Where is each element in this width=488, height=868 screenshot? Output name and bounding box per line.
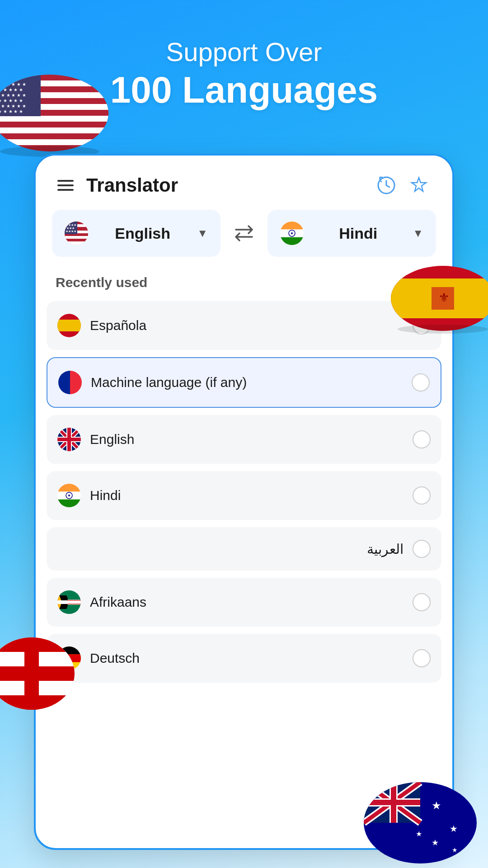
arabic-radio[interactable]: [413, 540, 431, 558]
australia-flag-decoration: ★ ★ ★ ★ ★: [361, 778, 479, 868]
svg-text:★★★★: ★★★★: [66, 223, 76, 226]
list-item[interactable]: Deutsch: [47, 634, 441, 683]
svg-point-64: [291, 232, 293, 234]
spain-flag-decoration: ⚜: [389, 262, 488, 335]
svg-text:★: ★: [432, 799, 441, 811]
source-language-label: English: [95, 225, 190, 242]
svg-rect-68: [57, 320, 81, 331]
svg-point-21: [398, 325, 488, 334]
svg-rect-5: [0, 116, 108, 122]
list-item[interactable]: Afrikaans: [47, 578, 441, 627]
svg-text:⚜: ⚜: [438, 291, 450, 305]
espanola-label: Española: [90, 318, 404, 333]
list-item[interactable]: Machine language (if any): [47, 357, 441, 408]
arabic-label: العربية: [57, 541, 404, 557]
app-header: Translator: [36, 156, 452, 210]
svg-text:★: ★: [416, 830, 422, 838]
target-dropdown-arrow: ▼: [413, 227, 423, 240]
english-label: English: [90, 432, 404, 447]
afrikaans-label: Afrikaans: [90, 594, 404, 610]
svg-rect-96: [57, 609, 81, 614]
list-item[interactable]: English: [47, 415, 441, 464]
hindi-radio[interactable]: [413, 486, 431, 505]
afrikaans-flag: [57, 590, 81, 614]
england-flag-decoration: [0, 633, 77, 714]
svg-marker-45: [412, 178, 426, 191]
espanola-flag: [57, 314, 81, 337]
svg-rect-95: [57, 590, 81, 595]
uk-flag: [57, 428, 81, 451]
deutsch-radio[interactable]: [413, 649, 431, 667]
svg-rect-83: [57, 500, 81, 507]
afrikaans-radio[interactable]: [413, 593, 431, 611]
svg-text:★ ★ ★ ★ ★ ★: ★ ★ ★ ★ ★ ★: [0, 104, 26, 108]
target-flag: [280, 222, 304, 245]
source-dropdown-arrow: ▼: [197, 227, 208, 240]
french-flag: [58, 371, 82, 394]
svg-rect-79: [67, 428, 71, 451]
swap-languages-button[interactable]: [228, 217, 260, 250]
svg-rect-49: [65, 236, 88, 239]
hero-title: 100 Languages: [110, 70, 378, 110]
svg-point-85: [68, 495, 70, 496]
svg-text:★ ★ ★ ★ ★ ★: ★ ★ ★ ★ ★ ★: [0, 93, 26, 98]
svg-text:★: ★: [452, 846, 458, 854]
svg-rect-50: [65, 239, 88, 241]
svg-text:★ ★ ★ ★ ★: ★ ★ ★ ★ ★: [0, 109, 23, 114]
svg-text:★ ★ ★ ★ ★: ★ ★ ★ ★ ★: [0, 87, 23, 92]
svg-rect-61: [280, 222, 304, 229]
svg-text:★★★★: ★★★★: [66, 230, 76, 233]
us-flag-decoration: ★ ★ ★ ★ ★ ★ ★ ★ ★ ★ ★ ★ ★ ★ ★ ★ ★ ★ ★ ★ …: [0, 68, 113, 158]
machine-lang-radio[interactable]: [412, 373, 430, 392]
language-list: Española Machine language (if any): [36, 301, 452, 690]
svg-rect-51: [65, 241, 88, 245]
english-radio[interactable]: [413, 430, 431, 448]
svg-text:★ ★ ★ ★ ★: ★ ★ ★ ★ ★: [0, 98, 23, 103]
svg-rect-38: [391, 782, 396, 823]
source-flag: ★★★★ ★★★ ★★★★: [65, 222, 88, 245]
list-item[interactable]: Hindi: [47, 471, 441, 520]
menu-button[interactable]: [57, 180, 74, 191]
svg-text:★: ★: [432, 838, 439, 847]
hero-subtitle: Support Over: [166, 36, 322, 68]
list-item[interactable]: العربية: [47, 527, 441, 571]
machine-lang-label: Machine language (if any): [91, 375, 403, 390]
deutsch-label: Deutsch: [90, 651, 404, 666]
hindi-flag: [57, 484, 81, 507]
svg-rect-27: [24, 637, 39, 710]
svg-text:★: ★: [450, 824, 458, 834]
hindi-label: Hindi: [90, 488, 404, 503]
favorites-button[interactable]: [407, 174, 431, 197]
svg-rect-62: [280, 237, 304, 245]
app-title: Translator: [86, 175, 375, 196]
svg-rect-6: [0, 127, 108, 133]
phone-card: Translator: [34, 154, 454, 850]
svg-rect-82: [57, 484, 81, 491]
target-language-button[interactable]: Hindi ▼: [267, 210, 436, 257]
history-button[interactable]: [375, 174, 398, 197]
svg-text:★ ★ ★ ★ ★ ★: ★ ★ ★ ★ ★ ★: [0, 82, 26, 87]
target-language-label: Hindi: [311, 225, 405, 242]
header-icons: [375, 174, 431, 197]
source-language-button[interactable]: ★★★★ ★★★ ★★★★ English ▼: [52, 210, 221, 257]
list-item[interactable]: Española: [47, 301, 441, 350]
svg-text:★★★: ★★★: [66, 226, 75, 230]
svg-rect-7: [0, 139, 108, 145]
